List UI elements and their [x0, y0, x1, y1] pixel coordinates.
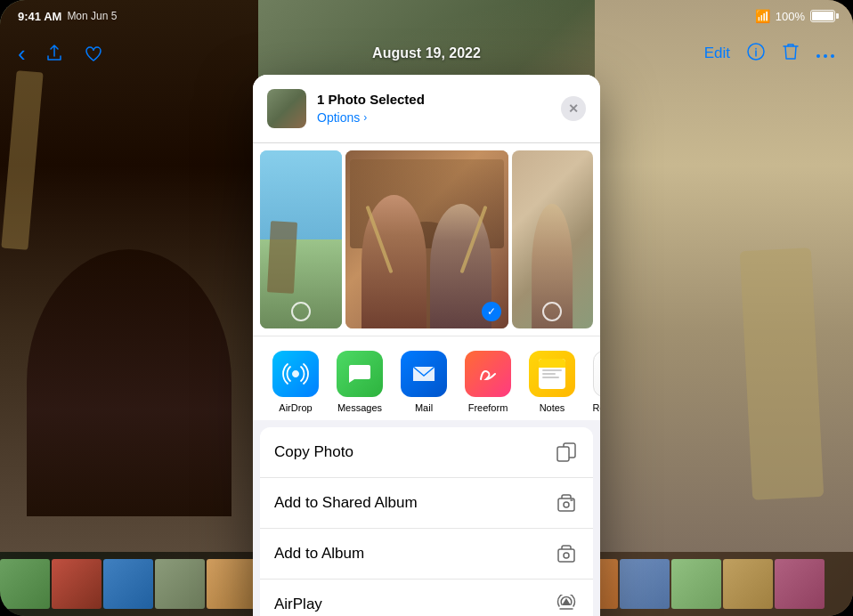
messages-icon	[337, 351, 383, 397]
options-label: Options	[317, 110, 360, 125]
strip-thumb-16[interactable]	[775, 559, 825, 609]
strip-thumb-15[interactable]	[723, 559, 773, 609]
strip-thumb-14[interactable]	[671, 559, 721, 609]
strip-thumb-3[interactable]	[103, 559, 153, 609]
app-reminders[interactable]: Reminders	[584, 351, 600, 413]
status-day: Mon Jun 5	[67, 10, 117, 22]
info-button[interactable]	[746, 42, 766, 66]
wifi-icon: 📶	[755, 9, 770, 23]
share-button[interactable]	[44, 43, 65, 64]
favorite-button[interactable]	[83, 43, 104, 64]
airplay-icon	[554, 592, 579, 616]
freeform-label: Freeform	[468, 402, 508, 413]
strip-thumb-1[interactable]	[0, 559, 50, 609]
options-button[interactable]: Options ›	[317, 110, 367, 125]
photo-selected-check: ✓	[482, 302, 501, 321]
photo-unselected-circle-2	[542, 302, 562, 321]
app-messages[interactable]: Messages	[328, 351, 392, 413]
share-sheet: 1 Photo Selected Options › ✕	[253, 75, 600, 616]
status-right: 📶 100%	[755, 9, 835, 23]
nav-date: August 19, 2022	[372, 45, 481, 61]
photo-thumb-left[interactable]	[260, 150, 342, 328]
strip-thumb-2[interactable]	[52, 559, 102, 609]
ipad-frame: 9:41 AM Mon Jun 5 📶 100% ‹	[0, 0, 853, 616]
svg-rect-9	[557, 447, 569, 461]
close-button[interactable]: ✕	[561, 96, 586, 121]
shared-album-icon	[554, 490, 579, 515]
add-shared-album-label: Add to Shared Album	[274, 494, 418, 512]
airplay-button[interactable]: AirPlay	[260, 580, 593, 616]
app-mail[interactable]: Mail	[392, 351, 456, 413]
svg-point-1	[816, 54, 820, 58]
share-header: 1 Photo Selected Options › ✕	[253, 75, 600, 143]
share-preview-thumb	[267, 89, 306, 128]
airplay-label: AirPlay	[274, 596, 322, 613]
mail-label: Mail	[415, 402, 433, 413]
notes-icon	[529, 351, 575, 397]
battery-percent: 100%	[776, 10, 805, 23]
airdrop-icon	[272, 351, 319, 397]
strip-thumb-13[interactable]	[620, 559, 670, 609]
add-shared-album-button[interactable]: Add to Shared Album	[260, 478, 593, 529]
app-notes[interactable]: Notes	[520, 351, 584, 413]
options-chevron-icon: ›	[363, 111, 367, 124]
app-airdrop[interactable]: AirDrop	[264, 351, 328, 413]
photo-unselected-circle	[291, 302, 311, 321]
apps-row: AirDrop Messages Mail	[253, 336, 600, 420]
svg-point-11	[564, 502, 569, 507]
strip-thumb-5[interactable]	[207, 559, 256, 609]
copy-icon	[554, 440, 579, 465]
nav-left: ‹	[18, 40, 104, 68]
reminders-icon	[593, 351, 600, 397]
battery-icon	[810, 10, 835, 22]
share-title-area: 1 Photo Selected Options ›	[317, 92, 550, 126]
reminders-label: Reminders	[592, 402, 600, 413]
mail-icon	[401, 351, 447, 397]
album-icon	[554, 541, 579, 566]
copy-photo-button[interactable]: Copy Photo	[260, 427, 593, 478]
trash-button[interactable]	[782, 42, 800, 66]
notes-label: Notes	[540, 402, 565, 413]
status-time: 9:41 AM	[18, 10, 61, 23]
photo-thumb-right[interactable]	[512, 150, 594, 328]
strip-thumb-4[interactable]	[155, 559, 205, 609]
close-icon: ✕	[568, 101, 579, 116]
back-button[interactable]: ‹	[18, 40, 26, 68]
nav-bar: ‹ August 19, 2022 Edit	[0, 32, 853, 75]
photos-row: ✓	[253, 143, 600, 336]
app-freeform[interactable]: Freeform	[456, 351, 520, 413]
svg-rect-12	[558, 549, 574, 562]
nav-right: Edit	[704, 42, 835, 66]
svg-point-3	[831, 54, 834, 58]
svg-point-2	[824, 54, 827, 58]
share-title: 1 Photo Selected	[317, 92, 550, 107]
edit-button[interactable]: Edit	[704, 45, 730, 62]
status-left: 9:41 AM Mon Jun 5	[18, 10, 117, 23]
more-button[interactable]	[816, 44, 835, 64]
photo-thumb-center[interactable]: ✓	[345, 150, 508, 328]
svg-point-13	[564, 553, 569, 558]
status-bar: 9:41 AM Mon Jun 5 📶 100%	[0, 0, 853, 32]
add-album-button[interactable]: Add to Album	[260, 529, 593, 580]
actions-section: Copy Photo Add to Shared Album	[260, 427, 593, 616]
airdrop-label: AirDrop	[279, 402, 312, 413]
copy-photo-label: Copy Photo	[274, 443, 353, 461]
freeform-icon	[465, 351, 511, 397]
messages-label: Messages	[337, 402, 382, 413]
add-album-label: Add to Album	[274, 545, 364, 563]
